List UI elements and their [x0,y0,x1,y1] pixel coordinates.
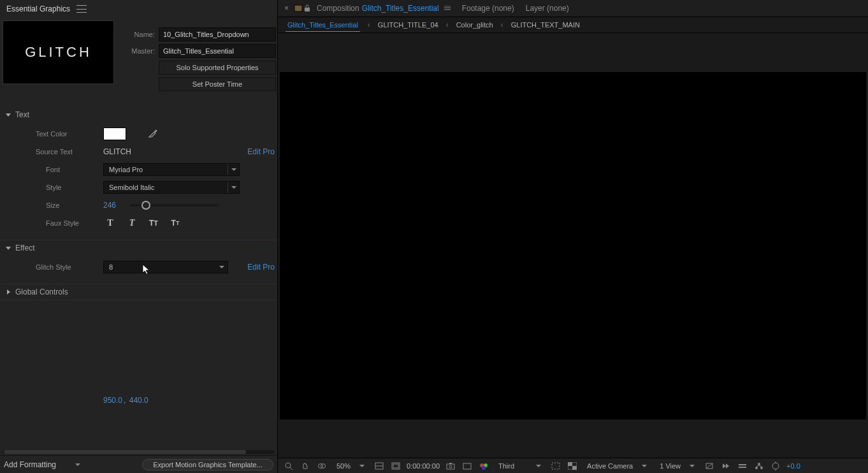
tab-composition[interactable]: Composition Glitch_Titles_Essential [312,1,456,16]
svg-rect-18 [568,462,572,466]
svg-point-16 [482,466,486,470]
poster-time-button[interactable]: Set Poster Time [159,77,276,91]
source-text-label: Source Text [36,148,83,156]
tab-menu-icon[interactable] [444,4,451,13]
faux-allcaps-button[interactable]: TT [147,216,161,230]
chevron-down-icon [228,182,239,193]
tab-layer[interactable]: Layer (none) [521,1,574,16]
svg-point-26 [755,467,758,469]
mask-icon[interactable] [316,461,328,471]
fast-preview-icon[interactable] [720,461,732,471]
size-value[interactable]: 246 [103,201,116,210]
reset-exposure-icon[interactable] [770,461,781,471]
horizontal-scrollbar[interactable] [0,449,277,455]
composition-name: Glitch_Titles_Essential [362,4,439,13]
svg-rect-17 [552,463,560,469]
breadcrumb-item[interactable]: GLITCH_TITLE_04 [378,21,438,29]
safe-zones-icon[interactable] [390,461,401,471]
source-text-value[interactable]: GLITCH [103,147,131,156]
svg-point-2 [286,463,291,468]
svg-rect-24 [739,467,746,468]
timeline-icon[interactable] [737,461,748,471]
export-template-button[interactable]: Export Motion Graphics Template... [142,459,273,470]
section-effect-header[interactable]: Effect [0,240,277,256]
svg-rect-23 [739,464,746,465]
font-dropdown[interactable]: Myriad Pro [103,163,240,176]
views-dropdown[interactable]: 1 View [656,462,698,470]
name-label: Name: [120,31,155,38]
panel-header: Essential Graphics [0,0,277,18]
lock-icon[interactable] [304,4,310,12]
slider-knob[interactable] [141,201,150,210]
size-label: Size [46,201,83,209]
breadcrumb: Glitch_Titles_Essential ‹ GLITCH_TITLE_0… [278,17,868,33]
chevron-left-icon: ‹ [368,20,370,29]
chevron-down-icon [216,261,228,273]
name-input[interactable] [159,27,276,41]
section-global-header[interactable]: Global Controls [0,284,277,300]
panel-title: Essential Graphics [6,4,70,13]
size-slider[interactable] [130,204,219,207]
time-display[interactable]: 0:00:00:00 [407,462,440,470]
faux-smallcaps-button[interactable]: TT [168,216,182,230]
faux-bold-button[interactable]: T [103,216,117,230]
edit-properties-link[interactable]: Edit Pro [131,147,277,156]
hand-icon[interactable] [300,461,311,471]
resolution-icon[interactable] [373,461,385,471]
text-color-swatch[interactable] [103,127,126,140]
composition-viewport[interactable] [278,33,868,458]
zoom-dropdown[interactable]: 50% [333,462,368,470]
section-text-header[interactable]: Text [0,107,277,122]
panel-menu-icon[interactable] [76,5,87,13]
essential-graphics-panel: Essential Graphics GLITCH Name: Master: … [0,0,278,473]
coord-x[interactable]: 950.0 [103,396,122,405]
roi-icon[interactable] [550,461,561,471]
style-dropdown[interactable]: Semibold Italic [103,181,240,194]
chevron-down-icon [5,112,11,118]
master-input[interactable] [159,44,276,58]
svg-point-25 [758,463,760,465]
edit-properties-link[interactable]: Edit Pro [228,263,277,272]
add-formatting-dropdown[interactable]: Add Formatting [4,460,80,469]
chevron-down-icon [5,245,11,251]
style-label: Style [46,184,83,191]
svg-point-30 [772,463,779,469]
channel-icon[interactable] [478,461,489,471]
breadcrumb-item[interactable]: Glitch_Titles_Essential [286,21,360,32]
breadcrumb-item[interactable]: Color_glitch [456,21,493,29]
pixel-aspect-icon[interactable] [704,461,715,471]
svg-line-3 [290,467,293,470]
faux-italic-button[interactable]: T [125,216,139,230]
snapshot-icon[interactable] [445,461,456,471]
svg-rect-10 [447,464,454,469]
transparency-grid-icon[interactable] [567,461,578,471]
poster-thumbnail[interactable]: GLITCH [3,20,114,84]
exposure-value[interactable]: +0.0 [786,462,800,470]
chevron-right-icon [5,289,11,295]
breadcrumb-item[interactable]: GLITCH_TEXT_MAIN [511,21,580,29]
camera-dropdown[interactable]: Active Camera [583,462,651,470]
viewer-panel: × Composition Glitch_Titles_Essential Fo… [278,0,868,473]
comp-icon [294,4,303,12]
eyedropper-icon[interactable] [148,128,158,140]
solo-button[interactable]: Solo Supported Properties [159,61,276,75]
coord-y[interactable]: 440.0 [129,396,148,405]
flowchart-icon[interactable] [753,461,765,471]
svg-rect-9 [393,464,398,468]
font-label: Font [46,166,83,173]
svg-line-29 [759,465,762,467]
svg-rect-19 [572,466,577,470]
section-effect-title: Effect [15,244,34,252]
section-text-title: Text [15,110,29,119]
viewer-footer: 50% 0:00:00:00 Third Active Camera 1 Vie… [278,458,868,473]
glitch-style-dropdown[interactable]: 8 [103,261,228,273]
chevron-left-icon: ‹ [501,20,503,29]
close-icon[interactable]: × [280,4,293,13]
quality-dropdown[interactable]: Third [495,462,545,470]
glitch-style-label: Glitch Style [36,263,83,271]
faux-style-label: Faux Style [46,219,83,227]
svg-point-27 [760,467,763,469]
tab-footage[interactable]: Footage (none) [457,1,519,16]
show-snapshot-icon[interactable] [461,461,473,471]
magnify-icon[interactable] [283,461,294,471]
